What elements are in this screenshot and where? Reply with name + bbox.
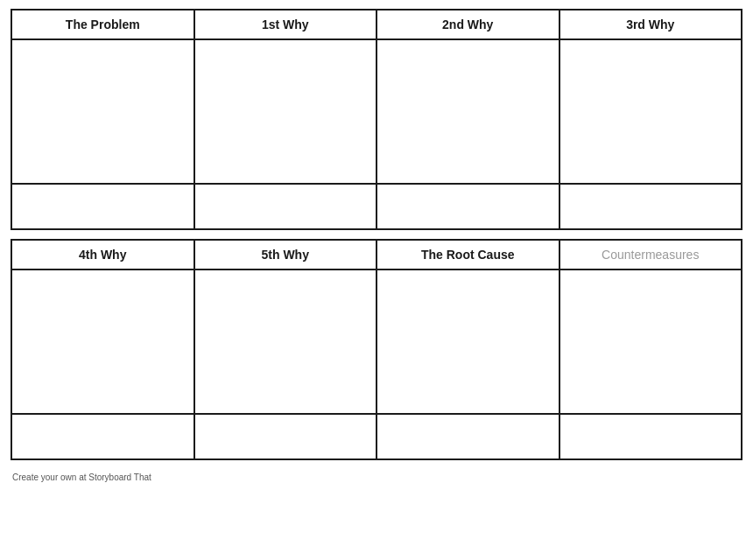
content-cell-3-1[interactable] [12, 270, 195, 415]
content-cell-4-2[interactable] [195, 415, 378, 460]
section-1: The Problem 1st Why 2nd Why 3rd Why [11, 9, 742, 230]
header-1st-why: 1st Why [195, 10, 378, 40]
section-2: 4th Why 5th Why The Root Cause Counterme… [11, 239, 742, 460]
content-cell-1-3[interactable] [377, 40, 560, 185]
content-cell-1-2[interactable] [195, 40, 378, 185]
header-2nd-why: 2nd Why [377, 10, 560, 40]
content-cell-3-3[interactable] [377, 270, 560, 415]
content-cell-1-1[interactable] [12, 40, 195, 185]
content-cell-2-3[interactable] [377, 185, 560, 230]
content-cell-2-1[interactable] [12, 185, 195, 230]
content-cell-4-1[interactable] [12, 415, 195, 460]
content-cell-4-3[interactable] [377, 415, 560, 460]
content-cell-1-4[interactable] [560, 40, 743, 185]
header-countermeasures: Countermeasures [560, 241, 743, 270]
content-cell-3-4[interactable] [560, 270, 743, 415]
header-4th-why: 4th Why [12, 241, 195, 270]
content-cell-4-4[interactable] [560, 415, 743, 460]
header-5th-why: 5th Why [195, 241, 378, 270]
content-cell-3-2[interactable] [195, 270, 378, 415]
bottom-grid: 4th Why 5th Why The Root Cause Counterme… [11, 239, 742, 460]
header-the-problem: The Problem [12, 10, 195, 40]
footer-text: Create your own at Storyboard That [11, 472, 742, 482]
header-root-cause: The Root Cause [377, 241, 560, 270]
header-3rd-why: 3rd Why [560, 10, 743, 40]
content-cell-2-2[interactable] [195, 185, 378, 230]
content-cell-2-4[interactable] [560, 185, 743, 230]
top-grid: The Problem 1st Why 2nd Why 3rd Why [11, 9, 742, 230]
